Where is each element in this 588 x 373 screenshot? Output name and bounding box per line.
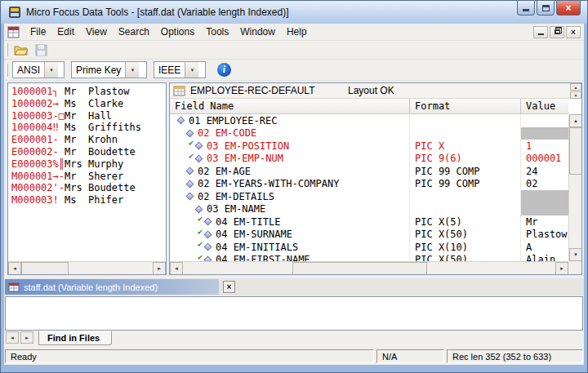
save-button[interactable]	[32, 42, 50, 58]
field-row[interactable]: ✔04 EM-FIRST-NAMEPIC X(50)Alain	[170, 254, 568, 262]
layout-vscrollbar[interactable]: ▲ ▼	[568, 114, 581, 261]
minimize-icon	[523, 9, 529, 11]
menu-bar: FileEditViewSearchOptionsToolsWindowHelp…	[4, 24, 584, 41]
menu-file[interactable]: File	[24, 24, 51, 40]
field-row[interactable]: 01 EMPLOYEE-REC	[170, 114, 568, 127]
hscroll-thumb[interactable]	[21, 262, 69, 275]
tab-scroll-right-button[interactable]: ►	[20, 331, 33, 344]
menu-options[interactable]: Options	[155, 24, 200, 40]
open-file-button[interactable]	[12, 42, 30, 58]
record-list-hscrollbar[interactable]: ◄ ►	[8, 261, 166, 274]
layout-hscrollbar[interactable]: ◄ ►	[170, 261, 568, 274]
field-row[interactable]: 02 EM-DETAILS	[170, 190, 568, 203]
field-value	[521, 203, 568, 216]
record-layout-icon	[173, 86, 185, 96]
scroll-left-icon[interactable]: ◄	[8, 262, 21, 275]
field-row[interactable]: 03 EM-NAME	[170, 203, 568, 216]
key-combo[interactable]: Prime Key ▼	[71, 61, 147, 78]
record-text: Mr Sherer	[65, 171, 123, 182]
mdi-minimize-icon	[538, 33, 544, 35]
output-panel	[5, 296, 583, 331]
field-name: 03 EM-POSITION	[207, 140, 289, 152]
check-icon: ✔	[189, 140, 194, 147]
hscroll-thumb[interactable]	[292, 262, 427, 275]
scroll-up-icon[interactable]: ▲	[569, 114, 582, 127]
mdi-minimize-button[interactable]	[533, 26, 548, 38]
scroll-left-icon: ◄	[10, 335, 15, 340]
column-header-field-name[interactable]: Field Name	[170, 99, 410, 113]
info-button[interactable]: i	[217, 63, 231, 77]
scroll-down-icon[interactable]: ▼	[569, 248, 582, 261]
document-close-button[interactable]: ×	[223, 281, 235, 293]
record-row[interactable]: 1000003-□Mr Hall	[11, 110, 166, 122]
menu-edit[interactable]: Edit	[51, 24, 80, 40]
scroll-right-icon[interactable]: ►	[555, 262, 568, 275]
window-title: Micro Focus Data Tools - [staff.dat (Var…	[26, 7, 289, 18]
field-value: 000001	[521, 153, 568, 166]
float-format-value: IEEE	[154, 62, 185, 78]
minimize-button[interactable]	[517, 1, 535, 16]
menu-tools[interactable]: Tools	[200, 24, 234, 40]
vscroll-thumb[interactable]	[569, 127, 582, 175]
field-value	[521, 114, 568, 127]
maximize-button[interactable]	[537, 1, 555, 16]
field-row[interactable]: ✔04 EM-INITIALSPIC X(10)A	[170, 241, 568, 254]
title-bar: Micro Focus Data Tools - [staff.dat (Var…	[1, 1, 587, 24]
field-row[interactable]: ✔04 EM-SURNAMEPIC X(50)Plastow	[170, 229, 568, 242]
field-row[interactable]: ✔03 EM-EMP-NUMPIC 9(6)000001	[170, 153, 568, 166]
field-diamond-icon	[186, 129, 194, 137]
record-row[interactable]: M000002'-Mrs Boudette	[11, 182, 166, 194]
record-key: E000003%║	[11, 158, 65, 170]
record-row[interactable]: 1000002→ Ms Clarke	[11, 98, 166, 110]
column-header-format[interactable]: Format	[410, 99, 521, 113]
field-diamond-icon	[186, 180, 194, 188]
menu-items: FileEditViewSearchOptionsToolsWindowHelp	[24, 26, 313, 38]
tab-scroll-left-button[interactable]: ◄	[6, 331, 19, 344]
field-format: PIC X(50)	[410, 254, 521, 262]
field-row[interactable]: ✔03 EM-POSITIONPIC X1	[170, 140, 568, 153]
scroll-right-icon: ►	[24, 335, 29, 340]
record-row[interactable]: M000003! Ms Phifer	[11, 194, 166, 206]
spinner-down-icon[interactable]: ▼	[570, 91, 581, 99]
field-format: PIC X(10)	[410, 241, 521, 254]
check-icon: ✔	[189, 153, 194, 160]
character-set-value: ANSI	[13, 62, 44, 78]
chevron-down-icon[interactable]: ▼	[125, 62, 139, 78]
field-row[interactable]: ✔04 EM-TITLEPIC X(5)Mr	[170, 215, 568, 229]
record-row[interactable]: 1000004‼ Ms Griffiths	[11, 122, 166, 134]
record-layout-panel: EMPLOYEE-REC-DEFAULT Layout OK ▲ ▼ Field…	[169, 82, 582, 275]
spinner-up-icon[interactable]: ▲	[570, 83, 581, 91]
scroll-right-icon[interactable]: ►	[153, 262, 166, 275]
tab-find-in-files[interactable]: Find in Files	[38, 331, 112, 345]
open-folder-icon	[14, 44, 29, 56]
field-diamond-icon	[177, 117, 185, 125]
record-row[interactable]: 1000001┐ Mr Plastow	[11, 86, 166, 98]
record-row[interactable]: E000003%║Mrs Murphy	[11, 158, 166, 171]
field-row[interactable]: 02 EM-AGEPIC 99 COMP24	[170, 165, 568, 178]
menu-help[interactable]: Help	[281, 24, 313, 40]
scroll-left-icon[interactable]: ◄	[170, 262, 183, 275]
column-header-value[interactable]: Value	[521, 99, 568, 113]
record-row[interactable]: M000001→-Mr Sherer	[11, 171, 166, 183]
record-row[interactable]: E000002- Mr Boudette	[11, 146, 166, 158]
field-value	[521, 127, 568, 140]
field-rows: 01 EMPLOYEE-REC02 EM-CODE✔03 EM-POSITION…	[170, 114, 568, 261]
field-value: Mr	[521, 215, 568, 229]
chevron-down-icon[interactable]: ▼	[185, 62, 198, 78]
check-icon: ✔	[198, 254, 203, 261]
mdi-restore-button[interactable]	[550, 26, 564, 38]
menu-search[interactable]: Search	[113, 24, 155, 40]
chevron-down-icon[interactable]: ▼	[44, 62, 58, 78]
float-format-combo[interactable]: IEEE ▼	[154, 61, 206, 78]
mdi-close-button[interactable]: ×	[566, 26, 581, 38]
output-tab-bar: ◄ ► Find in Files	[4, 331, 584, 348]
close-button[interactable]: ×	[556, 1, 581, 16]
field-row[interactable]: 02 EM-CODE	[170, 127, 568, 140]
character-set-combo[interactable]: ANSI ▼	[12, 61, 65, 78]
field-row[interactable]: 02 EM-YEARS-WITH-COMPANYPIC 99 COMP02	[170, 178, 568, 191]
menu-view[interactable]: View	[80, 24, 113, 40]
document-tab[interactable]: staff.dat (Variable length Indexed)	[5, 279, 219, 295]
record-row[interactable]: E000001- Mr Krohn	[11, 134, 166, 146]
app-icon	[8, 6, 21, 19]
menu-window[interactable]: Window	[234, 24, 281, 40]
